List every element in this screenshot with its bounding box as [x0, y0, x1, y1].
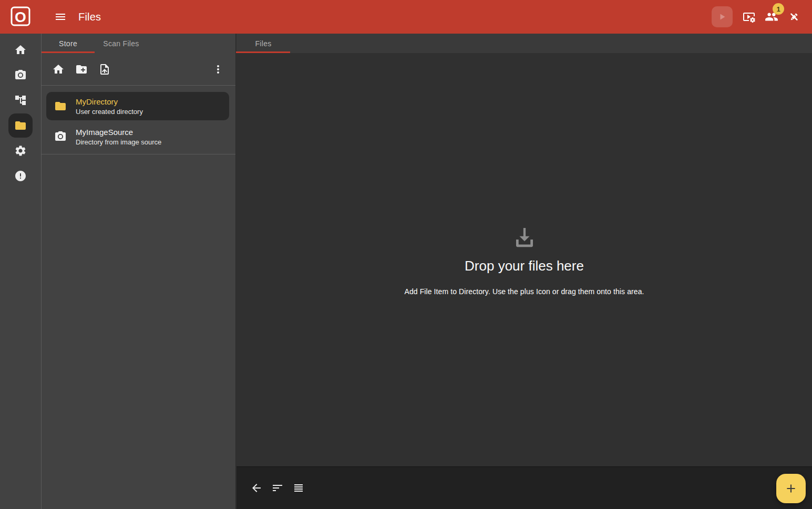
camera-icon	[14, 69, 27, 81]
app-bar: O Files 1	[0, 0, 812, 34]
logo-icon: O	[9, 5, 32, 28]
home-icon	[52, 63, 65, 76]
list-item-myimagesource[interactable]: MyImageSource Directory from image sourc…	[46, 122, 229, 151]
sort-button[interactable]	[267, 477, 288, 498]
notification-badge: 1	[773, 3, 784, 15]
list-item-title: MyDirectory	[76, 97, 143, 106]
home-icon	[14, 44, 27, 56]
add-file-button[interactable]	[776, 474, 806, 503]
people-button-wrap: 1	[761, 6, 782, 27]
create-new-folder-icon	[75, 63, 88, 76]
new-folder-button[interactable]	[71, 59, 92, 80]
folder-icon	[54, 100, 67, 112]
sidebar-item-workflow[interactable]	[8, 88, 33, 112]
sidebar-item-home[interactable]	[8, 38, 33, 62]
file-drop-zone[interactable]: Drop your files here Add File Item to Di…	[237, 53, 812, 466]
account-tree-icon	[14, 94, 27, 107]
video-settings-button[interactable]	[738, 6, 759, 27]
more-vert-icon	[212, 63, 224, 76]
main-tabbar: Files	[237, 34, 812, 53]
sidebar-rail	[0, 34, 42, 509]
edit-off-icon	[788, 11, 800, 23]
logo-letter: O	[15, 9, 26, 25]
topbar-actions: 1	[712, 6, 812, 27]
tab-files[interactable]: Files	[237, 34, 290, 53]
dropzone-title: Drop your files here	[465, 258, 584, 274]
app-logo: O	[0, 0, 41, 34]
folder-icon	[14, 119, 27, 132]
store-toolbar	[42, 53, 235, 86]
list-item-mydirectory[interactable]: MyDirectory User created directory	[46, 92, 229, 120]
hamburger-icon	[54, 11, 67, 23]
arrow-back-icon	[250, 482, 263, 494]
store-panel: Store Scan Files	[42, 34, 236, 509]
play-button[interactable]	[712, 6, 733, 27]
store-panel-tabs: Store Scan Files	[42, 34, 235, 53]
list-item-subtitle: Directory from image source	[76, 138, 161, 146]
dropzone-subtitle: Add File Item to Directory. Use the plus…	[404, 287, 644, 296]
list-item-text: MyImageSource Directory from image sourc…	[76, 128, 161, 146]
more-menu-button[interactable]	[208, 59, 229, 80]
video-settings-icon	[743, 11, 755, 23]
view-headline-icon	[292, 482, 305, 494]
list-divider	[42, 154, 235, 154]
tab-store[interactable]: Store	[42, 34, 95, 53]
home-directory-button[interactable]	[48, 59, 69, 80]
list-item-subtitle: User created directory	[76, 108, 143, 116]
bottom-toolbar	[237, 466, 812, 509]
upload-file-button[interactable]	[94, 59, 115, 80]
sidebar-item-alerts[interactable]	[8, 164, 33, 188]
edit-off-button[interactable]	[784, 6, 805, 27]
list-item-title: MyImageSource	[76, 128, 161, 137]
error-icon	[14, 170, 27, 182]
main-area: Files Drop your files here Add File Item…	[237, 34, 812, 509]
list-item-text: MyDirectory User created directory	[76, 97, 143, 116]
directory-list: MyDirectory User created directory MyIma…	[42, 86, 235, 154]
menu-button[interactable]	[50, 6, 71, 27]
sidebar-item-settings[interactable]	[8, 139, 33, 163]
upload-file-icon	[98, 63, 111, 76]
download-icon	[511, 224, 538, 252]
page-title: Files	[78, 11, 101, 23]
plus-icon	[784, 482, 798, 495]
camera-icon	[54, 130, 67, 143]
settings-icon	[14, 144, 27, 157]
sort-icon	[271, 482, 284, 494]
play-icon	[716, 11, 728, 23]
back-button[interactable]	[246, 477, 267, 498]
sidebar-item-camera[interactable]	[8, 63, 33, 87]
sidebar-item-files[interactable]	[8, 113, 33, 138]
tab-scan-files[interactable]: Scan Files	[95, 34, 148, 53]
list-view-button[interactable]	[288, 477, 309, 498]
